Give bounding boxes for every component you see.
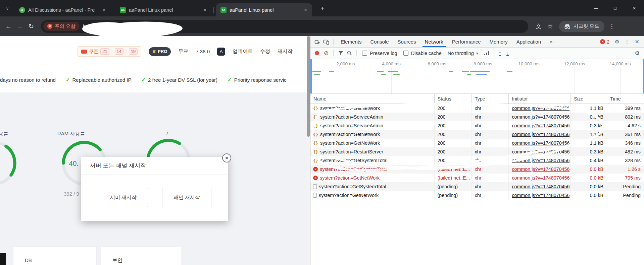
column-header-time[interactable]: Time — [607, 94, 644, 104]
table-row[interactable]: {}system?action=ServiceAdmin 200 xhr com… — [310, 113, 644, 121]
disable-cache-control[interactable]: Disable cache — [403, 51, 442, 56]
preserve-log-checkbox[interactable] — [362, 51, 367, 56]
column-header-name[interactable]: Name — [310, 94, 434, 104]
page-scrollbar[interactable] — [307, 36, 310, 265]
devtools-settings-icon[interactable]: ⚙ — [614, 39, 619, 45]
network-conditions-icon[interactable] — [482, 49, 491, 58]
timeline-handle-right[interactable] — [643, 59, 644, 93]
request-initiator-link[interactable]: common.js?v=1748070456 — [512, 149, 569, 154]
request-initiator-link[interactable]: common.js?v=1748070456 — [512, 184, 569, 189]
request-initiator-link[interactable]: common.js?v=1748070456 — [512, 158, 569, 163]
request-initiator-link[interactable]: common.js?v=1748070456 — [512, 175, 569, 181]
inspect-element-icon[interactable] — [313, 38, 322, 46]
table-row-pending[interactable]: system?action=GetNetWork (pending) xhr c… — [310, 191, 644, 200]
preserve-log-control[interactable]: Preserve log — [362, 51, 397, 56]
table-row-failed[interactable]: ✕system?action=GetSystemTotal (failed) n… — [310, 165, 644, 174]
tab-application[interactable]: Application — [512, 36, 545, 47]
security-chip-label: 주의 요함 — [55, 23, 76, 29]
restart-link[interactable]: 재시작 — [278, 48, 293, 55]
throttling-select[interactable]: No throttling ▾ — [448, 51, 478, 56]
request-initiator-link[interactable]: common.js?v=1748070456 — [512, 106, 569, 111]
table-row[interactable]: {}system?action=RestartServer 200 xhr co… — [310, 147, 644, 156]
column-header-status[interactable]: Status — [434, 94, 472, 104]
devtools-menu-icon[interactable]: ⋮ — [625, 39, 630, 45]
device-toolbar-icon[interactable] — [322, 38, 331, 46]
table-row-pending[interactable]: system?action=GetSystemTotal (pending) x… — [310, 182, 644, 191]
minimize-button[interactable]: — — [586, 0, 605, 16]
db-card[interactable]: DB — [13, 246, 97, 265]
tab-search-icon[interactable]: ∨ — [3, 4, 11, 12]
browser-tab-3-active[interactable]: aa aaPanel Linux panel ✕ — [216, 3, 312, 16]
security-chip[interactable]: ✕ 주의 요함 — [43, 22, 80, 31]
browser-tab-2[interactable]: aa aaPanel Linux panel ✕ — [115, 3, 211, 16]
tab-performance[interactable]: Performance — [448, 36, 485, 47]
tab-elements[interactable]: Elements — [336, 36, 366, 47]
clear-icon[interactable]: ⊘ — [324, 50, 329, 57]
column-header-initiator[interactable]: Initiator — [508, 94, 571, 104]
back-icon[interactable]: ← — [3, 21, 14, 32]
table-row[interactable]: {}system?action=GetNetWork 200 xhr commo… — [310, 104, 644, 113]
column-header-size[interactable]: Size — [571, 94, 607, 104]
request-initiator-link[interactable]: common.js?v=1748070456 — [512, 132, 569, 137]
export-har-icon[interactable]: ↓ — [506, 51, 509, 56]
tab-close-icon[interactable]: ✕ — [302, 7, 309, 13]
tab-sources[interactable]: Sources — [393, 36, 420, 47]
reload-icon[interactable]: ↻ — [26, 21, 37, 32]
security-card-label[interactable]: 보안 — [112, 257, 122, 264]
request-size: 0.0 kB — [590, 184, 604, 189]
tab-close-icon[interactable]: ✕ — [101, 7, 107, 13]
tab-close-icon[interactable]: ✕ — [202, 7, 208, 13]
network-settings-icon[interactable]: ⚙ — [635, 50, 640, 56]
search-icon[interactable] — [345, 49, 354, 58]
tab-network[interactable]: Network — [420, 36, 448, 47]
tab-strip: ∨ a All Discussions - aaPanel - Fre ✕ aa… — [0, 0, 644, 16]
check-icon: ✓ — [66, 77, 70, 83]
record-icon[interactable] — [315, 51, 319, 55]
translate-icon[interactable]: 文 — [533, 21, 544, 32]
network-overview-timeline[interactable]: 2,000 ms 4,000 ms 6,000 ms 8,000 ms 10,0… — [310, 59, 644, 94]
maximize-button[interactable]: □ — [605, 0, 625, 16]
column-header-type[interactable]: Type — [472, 94, 509, 104]
error-count-badge[interactable]: ✕ 2 — [600, 39, 609, 45]
modal-close-icon[interactable]: ✕ — [222, 153, 231, 162]
tab-memory[interactable]: Memory — [485, 36, 512, 47]
scrollbar-thumb[interactable] — [307, 36, 310, 137]
corner-widget[interactable] — [0, 253, 6, 265]
browser-menu-icon[interactable]: ⋮ — [606, 21, 618, 32]
table-row[interactable]: {}system?action=GetSystemTotal 200 xhr c… — [310, 156, 644, 165]
request-initiator-link[interactable]: common.js?v=1748070456 — [512, 140, 569, 146]
import-har-icon[interactable]: ↑ — [499, 51, 501, 56]
request-initiator-link[interactable]: common.js?v=1748070456 — [512, 114, 569, 120]
browser-tab-1[interactable]: a All Discussions - aaPanel - Fre ✕ — [15, 3, 111, 16]
request-size: 1.1 kB — [590, 132, 604, 137]
filter-icon[interactable] — [336, 49, 345, 58]
request-initiator-link[interactable]: common.js?v=1748070456 — [512, 193, 569, 198]
new-tab-button[interactable]: + — [318, 4, 327, 13]
tab-console[interactable]: Console — [366, 36, 393, 47]
table-row[interactable]: {}system?action=ServiceAdmin 200 xhr com… — [310, 121, 644, 130]
panel-restart-button[interactable]: 패널 재시작 — [162, 188, 211, 207]
security-card[interactable]: 보안 — [101, 246, 181, 265]
window-close-button[interactable]: ✕ — [625, 0, 644, 16]
server-restart-button[interactable]: 서버 재시작 — [99, 188, 148, 207]
bookmark-star-icon[interactable]: ☆ — [544, 21, 556, 32]
db-card-label[interactable]: DB — [25, 257, 32, 263]
aapanel-favicon: aa — [120, 7, 126, 13]
request-initiator-link[interactable]: common.js?v=1748070456 — [512, 123, 569, 128]
disable-cache-checkbox[interactable] — [403, 51, 408, 56]
language-badge[interactable]: A — [217, 48, 225, 56]
update-link[interactable]: 업데이트 — [233, 48, 253, 55]
table-row[interactable]: {}system?action=GetNetWork 200 xhr commo… — [310, 130, 644, 139]
table-row[interactable]: {}system?action=GetNetWork 200 xhr commo… — [310, 139, 644, 147]
pro-badge[interactable]: ♛ PRO — [149, 47, 171, 56]
request-status: 200 — [438, 132, 446, 137]
coupon-badge[interactable]: 쿠폰 21 : 14 : 19 — [78, 46, 141, 57]
modify-link[interactable]: 수정 — [260, 48, 270, 55]
address-bar[interactable]: ✕ 주의 요함 ht — [41, 20, 528, 33]
timeline-handle-left[interactable] — [310, 59, 312, 93]
request-initiator-link[interactable]: common.js?v=1748070456 — [512, 167, 569, 172]
devtools-close-icon[interactable]: ✕ — [635, 39, 639, 45]
table-row-failed[interactable]: ✕system?action=GetNetWork (failed) net::… — [310, 174, 644, 182]
forward-icon[interactable]: → — [14, 21, 26, 32]
more-tabs-icon[interactable]: » — [545, 36, 557, 47]
